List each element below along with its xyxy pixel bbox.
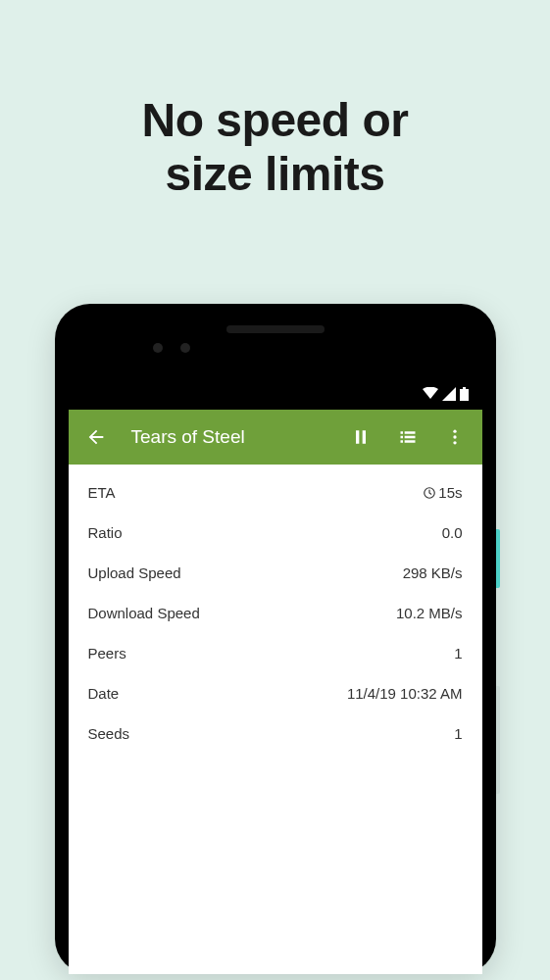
app-bar: Tears of Steel — [69, 410, 482, 465]
headline-line-2: size limits — [0, 147, 550, 201]
svg-point-2 — [453, 430, 456, 433]
row-label: Date — [88, 685, 120, 702]
more-vert-icon — [445, 427, 465, 447]
signal-icon — [442, 387, 456, 401]
row-label: Peers — [88, 645, 126, 662]
headline-line-1: No speed or — [0, 93, 550, 147]
phone-screen: Tears of Steel ETA 15s Ratio 0.0 — [69, 378, 482, 974]
promo-headline: No speed or size limits — [0, 0, 550, 201]
row-value: 15s — [423, 484, 462, 501]
row-eta: ETA 15s — [69, 472, 482, 513]
svg-rect-0 — [460, 389, 469, 401]
battery-icon — [460, 387, 469, 401]
power-button — [496, 529, 500, 588]
row-value: 1 — [454, 725, 462, 742]
back-button[interactable] — [76, 417, 116, 457]
app-bar-title: Tears of Steel — [124, 426, 333, 448]
eta-value: 15s — [438, 484, 462, 501]
row-label: ETA — [88, 484, 116, 501]
status-bar — [69, 378, 482, 410]
list-button[interactable] — [388, 417, 427, 457]
svg-rect-1 — [463, 387, 466, 389]
arrow-back-icon — [85, 426, 107, 448]
volume-button — [496, 686, 500, 794]
row-date: Date 11/4/19 10:32 AM — [69, 673, 482, 713]
pause-icon — [351, 427, 371, 447]
svg-point-3 — [453, 435, 456, 438]
row-label: Upload Speed — [88, 564, 181, 581]
row-peers: Peers 1 — [69, 633, 482, 673]
row-ratio: Ratio 0.0 — [69, 513, 482, 553]
row-value: 0.0 — [442, 524, 463, 541]
row-label: Seeds — [88, 725, 130, 742]
row-value: 11/4/19 10:32 AM — [347, 685, 463, 702]
row-upload-speed: Upload Speed 298 KB/s — [69, 553, 482, 593]
row-seeds: Seeds 1 — [69, 713, 482, 754]
row-value: 1 — [454, 645, 462, 662]
wifi-icon — [423, 387, 438, 401]
row-value: 298 KB/s — [403, 564, 463, 581]
row-label: Ratio — [88, 524, 123, 541]
list-icon — [398, 427, 418, 447]
camera-dots — [153, 343, 190, 353]
phone-frame: Tears of Steel ETA 15s Ratio 0.0 — [55, 304, 496, 974]
pause-button[interactable] — [341, 417, 380, 457]
row-download-speed: Download Speed 10.2 MB/s — [69, 593, 482, 633]
row-label: Download Speed — [88, 605, 200, 621]
clock-icon — [423, 486, 436, 500]
row-value: 10.2 MB/s — [396, 605, 463, 621]
svg-point-4 — [453, 441, 456, 444]
more-button[interactable] — [435, 417, 475, 457]
details-list: ETA 15s Ratio 0.0 Upload Speed 298 KB/s … — [69, 465, 482, 974]
